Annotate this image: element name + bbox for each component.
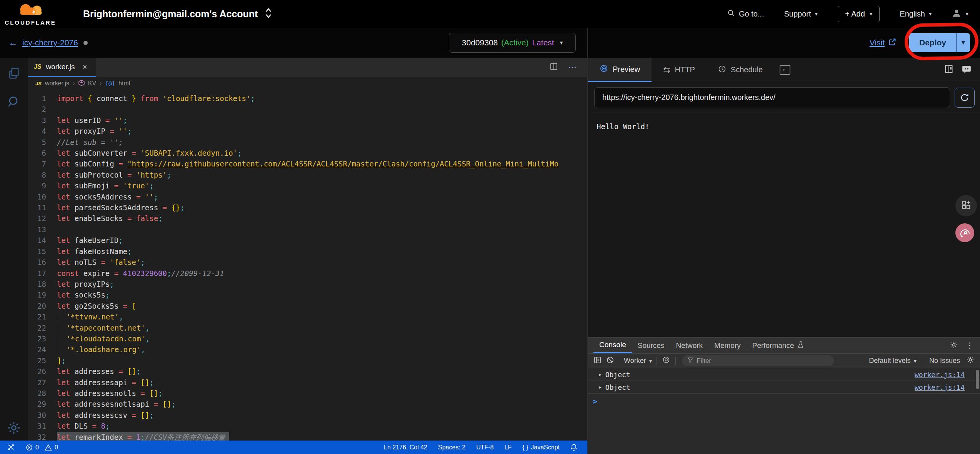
docs-icon[interactable] <box>944 65 954 75</box>
code-line[interactable]: 26let addresses = []; <box>28 366 587 377</box>
cloudflare-logo[interactable]: CLOUDFLARE <box>8 2 53 26</box>
log-levels-dropdown[interactable]: Default levels ▾ <box>869 357 917 365</box>
code-line[interactable]: 25]; <box>28 355 587 366</box>
code-line[interactable]: 12let enableSocks = false; <box>28 213 587 224</box>
visit-link[interactable]: Visit <box>870 38 896 47</box>
tab-network[interactable]: Network <box>670 338 708 353</box>
bell-icon[interactable] <box>570 444 577 451</box>
code-line[interactable]: 6let subConverter = 'SUBAPI.fxxk.dedyn.i… <box>28 148 587 158</box>
kebab-menu-icon[interactable]: ⋮ <box>966 341 974 350</box>
deploy-button[interactable]: Deploy ▼ <box>909 33 970 52</box>
code-line[interactable]: 20let go2Socks5s = [ <box>28 301 587 311</box>
editor-tab-workerjs[interactable]: JS worker.js × <box>28 58 96 77</box>
code-line[interactable]: 18let proxyIPs; <box>28 279 587 289</box>
indent-setting[interactable]: Spaces: 2 <box>438 444 465 451</box>
scrollbar-thumb[interactable] <box>976 370 979 389</box>
console-row[interactable]: ▶Objectworker.js:14 <box>588 368 980 381</box>
problems-indicator[interactable]: 0 0 <box>26 444 58 451</box>
code-line[interactable]: 30let addressescsv = []; <box>28 410 587 421</box>
breadcrumb-symbol[interactable]: html <box>118 80 130 87</box>
console-filter[interactable] <box>682 355 834 366</box>
language-menu[interactable]: English ▾ <box>900 10 932 18</box>
search-icon[interactable] <box>7 95 21 109</box>
encoding[interactable]: UTF-8 <box>476 444 493 451</box>
console-prompt[interactable]: > <box>588 394 980 409</box>
code-line[interactable]: 28let addressesnotls = []; <box>28 388 587 399</box>
code-line[interactable]: 13 <box>28 224 587 235</box>
code-area[interactable]: 1import { connect } from 'cloudflare:soc… <box>28 90 587 441</box>
code-line[interactable]: 8let subProtocol = 'https'; <box>28 170 587 180</box>
breadcrumb-section[interactable]: KV <box>88 80 96 87</box>
settings-gear-icon[interactable] <box>7 421 21 435</box>
code-line[interactable]: 11let parsedSocks5Address = {}; <box>28 202 587 213</box>
tab-http[interactable]: ⇆ HTTP <box>652 58 707 82</box>
translate-float-button[interactable]: A <box>955 223 974 242</box>
back-button[interactable]: ← icy-cherry-2076 <box>8 37 78 48</box>
breadcrumb[interactable]: JS worker.js › KV › [@] html <box>28 77 587 90</box>
code-line[interactable]: 16let noTLS = 'false'; <box>28 257 587 268</box>
user-menu[interactable]: ▾ <box>952 8 968 20</box>
tab-schedule[interactable]: Schedule <box>707 58 774 82</box>
tab-sources[interactable]: Sources <box>632 338 670 353</box>
panel-toggle-icon[interactable] <box>593 356 602 366</box>
code-line[interactable]: 2 <box>28 104 587 115</box>
source-link[interactable]: worker.js:14 <box>915 383 965 391</box>
worker-name-link[interactable]: icy-cherry-2076 <box>22 38 78 47</box>
code-line[interactable]: 10let socks5Address = ''; <box>28 191 587 202</box>
code-line[interactable]: 21 '*ttvnw.net', <box>28 311 587 322</box>
code-line[interactable]: 9let subEmoji = 'true'; <box>28 180 587 191</box>
code-line[interactable]: 27let addressesapi = []; <box>28 377 587 388</box>
code-line[interactable]: 7let subConfig = "https://raw.githubuser… <box>28 158 587 169</box>
code-line[interactable]: 1import { connect } from 'cloudflare:soc… <box>28 93 587 104</box>
breadcrumb-file[interactable]: worker.js <box>45 80 69 87</box>
execution-context-dropdown[interactable]: Worker ▾ <box>624 357 652 365</box>
code-line[interactable]: 22 '*tapecontent.net', <box>28 323 587 333</box>
support-menu[interactable]: Support ▾ <box>784 10 818 18</box>
discord-icon[interactable] <box>962 65 972 75</box>
code-line[interactable]: 19let socks5s; <box>28 289 587 300</box>
code-line[interactable]: 31let DLS = 8; <box>28 421 587 431</box>
code-line[interactable]: 3let userID = ''; <box>28 115 587 126</box>
eol-setting[interactable]: LF <box>504 444 512 451</box>
console-row[interactable]: ▶Objectworker.js:14 <box>588 381 980 394</box>
more-actions-icon[interactable]: ⋯ <box>568 62 577 72</box>
expand-caret-icon[interactable]: ▶ <box>599 385 602 390</box>
remote-indicator[interactable] <box>8 444 14 451</box>
goto-search[interactable]: Go to... <box>727 9 764 19</box>
add-button[interactable]: + Add ▾ <box>838 6 880 22</box>
split-editor-icon[interactable] <box>550 62 558 72</box>
code-line[interactable]: 17const expire = 4102329600;//2099-12-31 <box>28 268 587 279</box>
tab-console[interactable]: Console <box>593 338 632 353</box>
tab-preview[interactable]: Preview <box>588 58 652 82</box>
files-icon[interactable] <box>7 66 21 81</box>
cursor-position[interactable]: Ln 2176, Col 42 <box>384 444 427 451</box>
code-line[interactable]: 24 '*.loadshare.org', <box>28 344 587 355</box>
deploy-caret[interactable]: ▼ <box>956 33 970 52</box>
code-line[interactable]: 14let fakeUserID; <box>28 235 587 246</box>
eye-icon[interactable] <box>662 356 671 366</box>
code-line[interactable]: 15let fakeHostName; <box>28 246 587 257</box>
code-line[interactable]: 32let remarkIndex = 1;//CSV备注所在列偏移量 <box>28 432 587 441</box>
tab-performance[interactable]: Performance <box>747 338 810 353</box>
terminal-icon[interactable]: >_ <box>780 65 790 75</box>
issues-counter[interactable]: No Issues <box>929 357 960 365</box>
code-line[interactable]: 23 '*cloudatacdn.com', <box>28 333 587 344</box>
editor-main: JS worker.js × ⋯ <box>28 58 587 441</box>
language-mode[interactable]: { } JavaScript <box>522 444 560 451</box>
code-line[interactable]: 5//Let sub = ''; <box>28 137 587 148</box>
account-switcher[interactable]: Brightonfermin@gmail.com's Account <box>83 8 272 20</box>
clear-console-icon[interactable] <box>606 356 614 366</box>
version-dropdown[interactable]: 30d09308 (Active) Latest ▾ <box>449 33 576 53</box>
tab-memory[interactable]: Memory <box>708 338 747 353</box>
filter-input[interactable] <box>697 357 828 365</box>
gear-icon[interactable] <box>950 341 958 351</box>
expand-caret-icon[interactable]: ▶ <box>599 372 602 377</box>
refresh-button[interactable] <box>955 88 975 108</box>
tab-close-icon[interactable]: × <box>83 63 87 72</box>
apps-float-button[interactable] <box>955 195 977 216</box>
gear-icon[interactable] <box>966 356 975 366</box>
code-line[interactable]: 4let proxyIP = ''; <box>28 126 587 136</box>
source-link[interactable]: worker.js:14 <box>915 371 965 379</box>
code-line[interactable]: 29let addressesnotlsapi = []; <box>28 399 587 409</box>
url-input[interactable] <box>594 87 950 108</box>
